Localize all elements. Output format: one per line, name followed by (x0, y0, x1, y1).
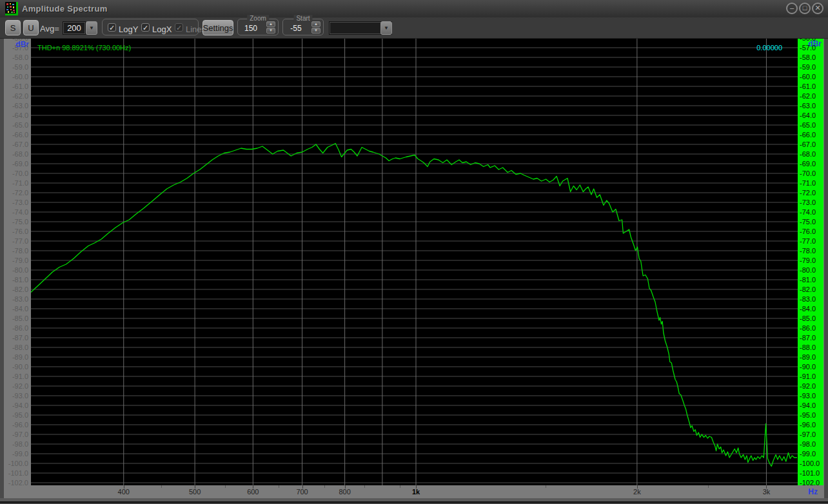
logy-checkbox[interactable]: ✓ (108, 23, 116, 32)
y-axis-label-left: -71.0 (4, 179, 28, 188)
y-axis-label-right: -101.0 (800, 469, 820, 478)
x-axis-label: 400 (118, 488, 130, 496)
plot-area[interactable]: THD+n 98.8921% (730.00Hz) 0.00000 (31, 39, 798, 485)
y-axis-label-right: -65.0 (800, 121, 816, 130)
y-axis-label-right: -66.0 (800, 130, 816, 139)
zoom-spin-up-button[interactable]: ▲ (266, 21, 275, 27)
y-axis-label-left: -59.0 (4, 63, 28, 72)
y-axis-label-right: -63.0 (800, 101, 816, 110)
app-icon (5, 2, 18, 15)
y-axis-label-right: -88.0 (800, 343, 816, 352)
start-spin-down-button[interactable]: ▼ (311, 28, 320, 34)
y-axis-label-left: -77.0 (4, 237, 28, 246)
y-axis-label-right: -83.0 (800, 295, 816, 304)
y-axis-label-right: -61.0 (800, 82, 816, 91)
y-axis-label-left: -93.0 (4, 391, 28, 400)
y-axis-label-left: -85.0 (4, 314, 28, 323)
y-axis-label-right: -102.0 (800, 478, 820, 485)
y-axis-label-right: -89.0 (800, 353, 816, 362)
y-axis-label-left: -68.0 (4, 150, 28, 159)
preset-dropdown-button[interactable]: ▼ (380, 21, 392, 35)
x-axis-label: 700 (296, 488, 308, 496)
x-axis-minor-tick (279, 485, 279, 488)
y-axis-label-left: -82.0 (4, 285, 28, 294)
x-axis-label: 2k (633, 488, 641, 496)
y-axis-label-left: -100.0 (4, 459, 28, 468)
y-axis-label-left: -60.0 (4, 72, 28, 81)
x-axis-minor-tick (161, 485, 162, 488)
y-axis-label-right: -96.0 (800, 420, 816, 429)
avg-value-field[interactable]: 200 (63, 21, 86, 35)
thd-annotation: THD+n 98.8921% (730.00Hz) (37, 43, 131, 52)
y-axis-label-right: -79.0 (800, 256, 816, 265)
logx-label: LogX (152, 24, 172, 34)
y-axis-label-left: -83.0 (4, 295, 28, 304)
x-axis-minor-tick (324, 485, 325, 488)
window-title: Amplitude Spectrum (22, 4, 108, 14)
y-axis-label-left: -69.0 (4, 159, 28, 168)
y-axis-label-right: -84.0 (800, 304, 816, 313)
y-axis-label-left: -84.0 (4, 304, 28, 313)
y-axis-label-left: -61.0 (4, 82, 28, 91)
x-axis-minor-tick (364, 485, 365, 488)
y-axis-label-right: -80.0 (800, 266, 816, 275)
lines-checkbox[interactable]: ✓ (175, 23, 183, 32)
y-axis-label-right: -92.0 (800, 382, 816, 391)
y-axis-label-right: -73.0 (800, 198, 816, 207)
spectrum-curve (31, 144, 797, 467)
settings-button[interactable]: Settings (202, 20, 233, 35)
y-axis-label-right: -62.0 (800, 92, 816, 101)
y-axis-label-right: -93.0 (800, 391, 816, 400)
y-axis-label-left: -81.0 (4, 275, 28, 284)
y-axis-label-right: -72.0 (800, 188, 816, 197)
x-axis-minor-tick (546, 485, 546, 488)
title-bar[interactable]: Amplitude Spectrum – □ ✕ (0, 0, 828, 18)
minimize-button[interactable]: – (786, 3, 798, 14)
y-axis-label-right: -69.0 (800, 159, 816, 168)
close-button[interactable]: ✕ (812, 3, 823, 14)
arrow-down-icon: ▼ (314, 28, 318, 32)
y-axis-label-right: -91.0 (800, 372, 816, 381)
y-axis-label-right: -71.0 (800, 179, 816, 188)
avg-dropdown-button[interactable]: ▼ (86, 21, 97, 35)
start-spinner: ▲ ▼ (311, 21, 320, 34)
y-axis-label-left: -96.0 (4, 420, 28, 429)
avg-label: Avg= (40, 24, 59, 34)
x-axis-label: 3k (763, 488, 771, 496)
y-axis-label-right: -58.0 (800, 53, 816, 62)
start-group: Start -55 ▲ ▼ (282, 19, 324, 35)
y-axis-label-left: -95.0 (4, 411, 28, 420)
logx-checkbox[interactable]: ✓ (141, 23, 150, 32)
y-axis-label-left: -66.0 (4, 130, 28, 139)
y-axis-label-right: -85.0 (800, 314, 816, 323)
maximize-button[interactable]: □ (799, 3, 811, 14)
y-axis-label-left: -94.0 (4, 401, 28, 410)
y-axis-label-left: -79.0 (4, 256, 28, 265)
y-axis-label-right: -77.0 (800, 237, 816, 246)
y-axis-label-left: -89.0 (4, 353, 28, 362)
y-axis-label-left: -101.0 (4, 469, 28, 478)
y-axis-label-right: -95.0 (800, 411, 816, 420)
x-axis-label: 500 (189, 488, 201, 496)
minimize-icon: – (790, 5, 794, 12)
y-axis-label-right: -87.0 (800, 333, 816, 342)
plot-region: dBr -56.0-57.0-58.0-59.0-60.0-61.0-62.0-… (0, 39, 828, 485)
y-axis-label-right: -78.0 (800, 246, 816, 255)
zoom-value[interactable]: 150 (239, 24, 262, 33)
logy-label: LogY (119, 24, 138, 34)
u-button[interactable]: U (23, 20, 39, 35)
y-axis-label-right: -59.0 (800, 63, 816, 72)
start-value[interactable]: -55 (284, 24, 308, 33)
maximize-icon: □ (803, 5, 807, 12)
start-spin-up-button[interactable]: ▲ (311, 21, 320, 27)
zoom-spin-down-button[interactable]: ▼ (266, 28, 275, 34)
y-axis-label-left: -63.0 (4, 101, 28, 110)
arrow-down-icon: ▼ (269, 28, 273, 32)
y-axis-label-left: -64.0 (4, 111, 28, 120)
s-button[interactable]: S (5, 20, 21, 35)
x-axis-label: 800 (339, 488, 350, 496)
y-axis-label-left: -91.0 (4, 372, 28, 381)
x-axis-minor-tick (225, 485, 226, 488)
zoom-group-label: Zoom (247, 15, 269, 22)
y-axis-label-left: -78.0 (4, 246, 28, 255)
